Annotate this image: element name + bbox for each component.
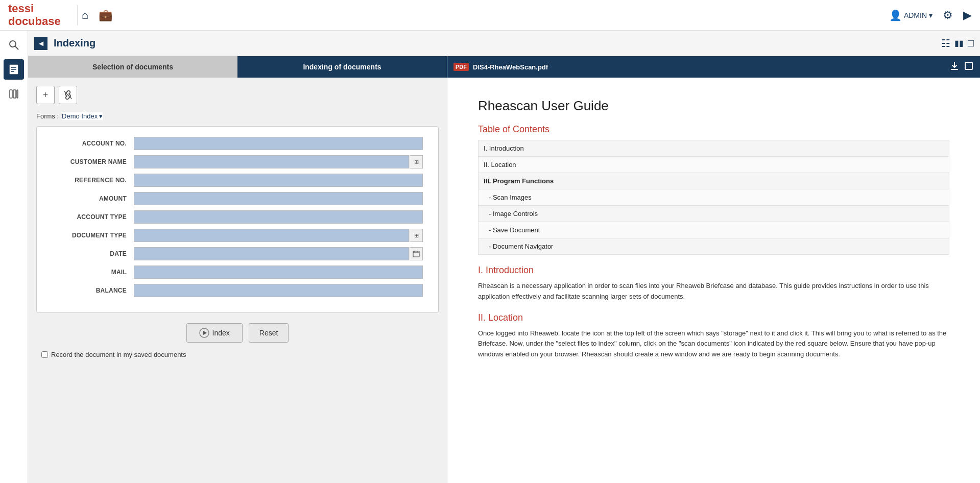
form-toolbar: + [36,86,439,104]
settings-icon[interactable]: ⚙ [943,9,953,22]
field-wrap-mail [134,265,423,279]
reset-button[interactable]: Reset [249,323,289,343]
section-text-introduction: Rheascan is a necessary application in o… [478,281,949,302]
form-row-date: DATE [52,247,423,260]
pdf-type-icon: PDF [453,63,469,71]
pdf-download-button[interactable] [949,61,960,74]
nav-right: 👤 ADMIN ▾ ⚙ ▶ [889,9,972,22]
form-row-customer-name: CUSTOMER NAME ⊞ [52,155,423,168]
top-navigation: tessi docubase ⌂ 💼 👤 ADMIN ▾ ⚙ ▶ [0,0,980,31]
field-input-document-type[interactable] [134,229,409,242]
logout-icon[interactable]: ▶ [963,9,972,22]
field-label-mail: MAIL [52,269,134,276]
field-btn-date-calendar[interactable] [410,247,423,260]
field-input-reference-no[interactable] [134,174,423,187]
svg-marker-15 [203,331,207,335]
field-label-document-type: DOCUMENT TYPE [52,232,134,239]
form-row-mail: MAIL [52,265,423,279]
unlink-button[interactable] [59,86,77,104]
split-view-icon[interactable]: ▮▮ [954,38,964,48]
toc-row: - Save Document [479,222,949,238]
form-row-amount: AMOUNT [52,192,423,205]
field-wrap-reference-no [134,174,423,187]
toc-entry-introduction: I. Introduction [479,140,949,157]
list-view-icon[interactable]: ☷ [941,37,950,50]
svg-point-0 [10,41,16,47]
briefcase-icon[interactable]: 💼 [99,9,112,22]
record-checkbox-label: Record the document in my saved document… [51,351,186,358]
toc-row: - Scan Images [479,189,949,206]
tab-selection-label: Selection of documents [92,63,173,71]
page-title: Indexing [54,37,95,49]
svg-rect-7 [13,90,16,98]
field-wrap-customer-name: ⊞ [134,155,423,168]
field-btn-document-type[interactable]: ⊞ [410,229,423,242]
field-wrap-date [134,247,423,260]
record-checkbox[interactable] [41,351,48,358]
field-label-balance: BALANCE [52,287,134,294]
field-wrap-amount [134,192,423,205]
pdf-title: Rheascan User Guide [478,98,949,114]
field-label-account-type: ACCOUNT TYPE [52,213,134,221]
svg-line-1 [15,46,19,50]
index-button[interactable]: Index [186,323,243,343]
left-panel: Selection of documents Indexing of docum… [28,56,447,483]
step-tabs: Selection of documents Indexing of docum… [28,56,447,78]
content-area: ◀ Indexing ☷ ▮▮ □ Selection of documents… [28,31,980,483]
field-input-balance[interactable] [134,284,423,297]
forms-selected-value: Demo Index [62,112,98,120]
field-wrap-document-type: ⊞ [134,229,423,242]
pdf-expand-button[interactable] [964,61,974,74]
index-form: ACCOUNT NO. CUSTOMER NAME ⊞ [36,126,439,313]
sidebar [0,31,28,483]
sidebar-item-library[interactable] [4,84,24,104]
toc-row: I. Introduction [479,140,949,157]
single-view-icon[interactable]: □ [968,37,974,49]
section-text-location: Once logged into Rheaweb, locate the ico… [478,328,949,360]
page-header: ◀ Indexing ☷ ▮▮ □ [28,31,980,56]
form-row-document-type: DOCUMENT TYPE ⊞ [52,229,423,242]
sidebar-item-index[interactable] [4,59,24,80]
field-input-account-type[interactable] [134,210,423,224]
field-input-account-no[interactable] [134,137,423,150]
field-input-mail[interactable] [134,265,423,279]
add-button[interactable]: + [36,86,55,104]
field-label-date: DATE [52,250,134,257]
pdf-content: Rheascan User Guide Table of Contents I.… [447,78,980,483]
field-btn-customer-name[interactable]: ⊞ [410,155,423,168]
field-input-amount[interactable] [134,192,423,205]
pdf-actions [949,61,974,74]
toc-entry-document-navigator: - Document Navigator [479,238,949,255]
forms-dropdown-icon: ▾ [99,112,103,120]
index-button-label: Index [212,329,230,337]
right-panel: PDF DIS4-RheaWebScan.pdf [447,56,980,483]
admin-label-text: ADMIN [904,11,927,19]
page-header-right: ☷ ▮▮ □ [941,37,974,50]
toc-row: - Image Controls [479,206,949,222]
collapse-button[interactable]: ◀ [34,37,47,50]
forms-label-text: Forms : [36,112,59,120]
tab-indexing[interactable]: Indexing of documents [237,56,447,78]
pdf-header: PDF DIS4-RheaWebScan.pdf [447,56,980,78]
nav-icons: ⌂ 💼 [82,9,112,22]
record-checkbox-row: Record the document in my saved document… [36,351,439,358]
form-row-account-type: ACCOUNT TYPE [52,210,423,224]
field-input-date[interactable] [134,247,409,260]
sidebar-item-search[interactable] [4,35,24,55]
field-wrap-account-type [134,210,423,224]
toc-entry-image-controls: - Image Controls [479,206,949,222]
field-label-account-no: ACCOUNT NO. [52,140,134,147]
panels: Selection of documents Indexing of docum… [28,56,980,483]
toc-title: Table of Contents [478,124,949,135]
tab-selection[interactable]: Selection of documents [28,56,237,78]
toc-row: III. Program Functions [479,173,949,189]
svg-rect-8 [17,90,18,98]
svg-rect-10 [413,251,419,257]
forms-dropdown[interactable]: Demo Index ▾ [62,112,103,120]
field-input-customer-name[interactable] [134,155,409,168]
admin-menu[interactable]: 👤 ADMIN ▾ [889,9,933,21]
home-icon[interactable]: ⌂ [82,9,88,22]
field-label-reference-no: REFERENCE NO. [52,177,134,184]
main-layout: ◀ Indexing ☷ ▮▮ □ Selection of documents… [0,31,980,483]
field-wrap-account-no [134,137,423,150]
